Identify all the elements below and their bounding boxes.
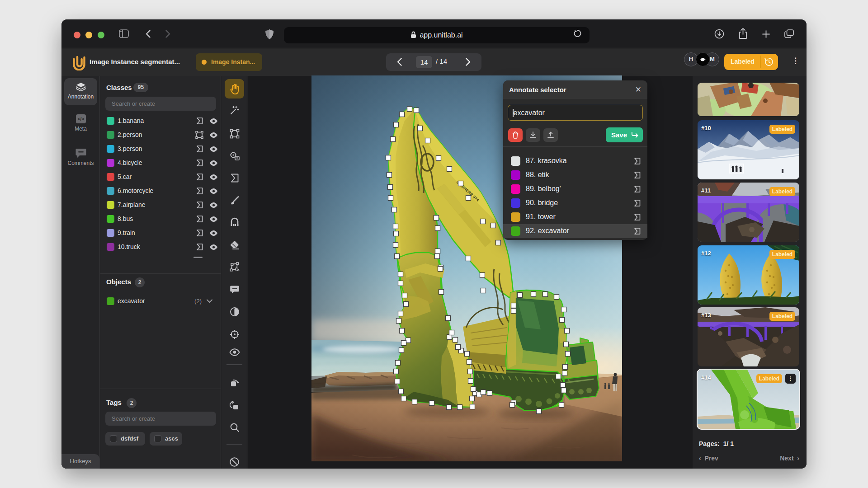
svg-text:</>: </> [77,117,84,122]
